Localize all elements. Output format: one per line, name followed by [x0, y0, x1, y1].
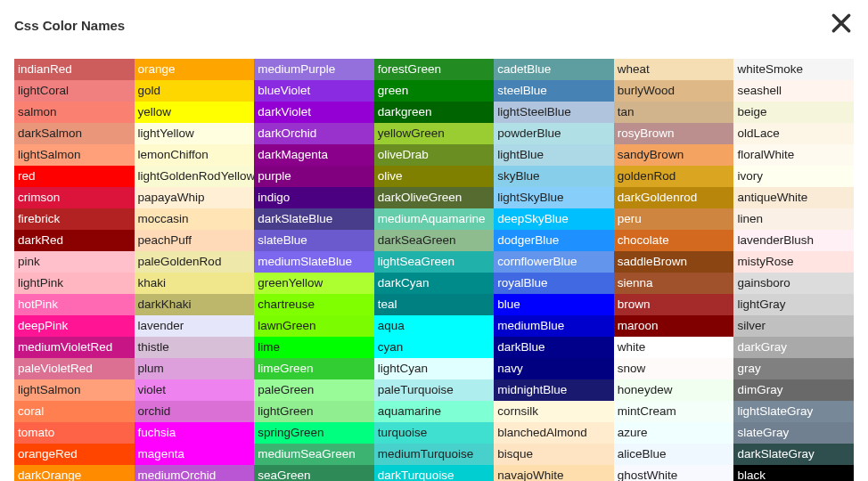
color-swatch-olive[interactable]: olive [374, 166, 495, 187]
color-swatch-lightSalmon[interactable]: lightSalmon [14, 379, 135, 401]
color-swatch-darkSeaGreen[interactable]: darkSeaGreen [374, 230, 495, 251]
color-swatch-darkSlateBlue[interactable]: darkSlateBlue [254, 208, 374, 230]
color-swatch-paleGoldenRod[interactable]: paleGoldenRod [135, 251, 255, 273]
color-swatch-lightSteelBlue[interactable]: lightSteelBlue [494, 102, 614, 123]
color-swatch-seashell[interactable]: seashell [733, 80, 854, 102]
color-swatch-lightPink[interactable]: lightPink [14, 273, 135, 294]
color-swatch-darkBlue[interactable]: darkBlue [494, 337, 614, 358]
color-swatch-deepPink[interactable]: deepPink [14, 315, 135, 337]
color-swatch-skyBlue[interactable]: skyBlue [494, 166, 614, 187]
color-swatch-oldLace[interactable]: oldLace [733, 123, 854, 144]
color-swatch-forestGreen[interactable]: forestGreen [374, 59, 495, 80]
color-swatch-linen[interactable]: linen [733, 208, 854, 230]
color-swatch-paleTurquoise[interactable]: paleTurquoise [374, 379, 495, 401]
color-swatch-chocolate[interactable]: chocolate [614, 230, 734, 251]
color-swatch-plum[interactable]: plum [135, 358, 255, 379]
color-swatch-firebrick[interactable]: firebrick [14, 208, 135, 230]
color-swatch-turquoise[interactable]: turquoise [374, 422, 495, 444]
color-swatch-lightSalmon[interactable]: lightSalmon [14, 144, 135, 166]
color-swatch-dimGray[interactable]: dimGray [733, 379, 854, 401]
color-swatch-whiteSmoke[interactable]: whiteSmoke [733, 59, 854, 80]
color-swatch-lavenderBlush[interactable]: lavenderBlush [733, 230, 854, 251]
color-swatch-mistyRose[interactable]: mistyRose [733, 251, 854, 273]
color-swatch-beige[interactable]: beige [733, 102, 854, 123]
color-swatch-lightGoldenRodYellow[interactable]: lightGoldenRodYellow [135, 166, 255, 187]
color-swatch-fuchsia[interactable]: fuchsia [135, 422, 255, 444]
color-swatch-seaGreen[interactable]: seaGreen [254, 465, 374, 481]
color-swatch-lightGray[interactable]: lightGray [733, 294, 854, 315]
color-swatch-steelBlue[interactable]: steelBlue [494, 80, 614, 102]
color-swatch-rosyBrown[interactable]: rosyBrown [614, 123, 734, 144]
color-swatch-orange[interactable]: orange [135, 59, 255, 80]
color-swatch-lightSlateGray[interactable]: lightSlateGray [733, 401, 854, 422]
color-swatch-maroon[interactable]: maroon [614, 315, 734, 337]
color-swatch-peru[interactable]: peru [614, 208, 734, 230]
color-swatch-snow[interactable]: snow [614, 358, 734, 379]
color-swatch-darkgreen[interactable]: darkgreen [374, 102, 495, 123]
color-swatch-honeydew[interactable]: honeydew [614, 379, 734, 401]
color-swatch-springGreen[interactable]: springGreen [254, 422, 374, 444]
color-swatch-gainsboro[interactable]: gainsboro [733, 273, 854, 294]
color-swatch-lightSeaGreen[interactable]: lightSeaGreen [374, 251, 495, 273]
color-swatch-lightCyan[interactable]: lightCyan [374, 358, 495, 379]
color-swatch-darkTurquoise[interactable]: darkTurquoise [374, 465, 495, 481]
color-swatch-khaki[interactable]: khaki [135, 273, 255, 294]
color-swatch-white[interactable]: white [614, 337, 734, 358]
color-swatch-wheat[interactable]: wheat [614, 59, 734, 80]
color-swatch-darkKhaki[interactable]: darkKhaki [135, 294, 255, 315]
color-swatch-chartreuse[interactable]: chartreuse [254, 294, 374, 315]
color-swatch-slateGray[interactable]: slateGray [733, 422, 854, 444]
color-swatch-black[interactable]: black [733, 465, 854, 481]
color-swatch-thistle[interactable]: thistle [135, 337, 255, 358]
color-swatch-ghostWhite[interactable]: ghostWhite [614, 465, 734, 481]
color-swatch-blue[interactable]: blue [494, 294, 614, 315]
color-swatch-darkViolet[interactable]: darkViolet [254, 102, 374, 123]
color-swatch-yellowGreen[interactable]: yellowGreen [374, 123, 495, 144]
color-swatch-lightCoral[interactable]: lightCoral [14, 80, 135, 102]
color-swatch-teal[interactable]: teal [374, 294, 495, 315]
color-swatch-lightGreen[interactable]: lightGreen [254, 401, 374, 422]
color-swatch-mediumSeaGreen[interactable]: mediumSeaGreen [254, 444, 374, 465]
color-swatch-antiqueWhite[interactable]: antiqueWhite [733, 187, 854, 208]
color-swatch-darkSalmon[interactable]: darkSalmon [14, 123, 135, 144]
color-swatch-darkOrange[interactable]: darkOrange [14, 465, 135, 481]
color-swatch-darkGoldenrod[interactable]: darkGoldenrod [614, 187, 734, 208]
color-swatch-greenYellow[interactable]: greenYellow [254, 273, 374, 294]
color-swatch-crimson[interactable]: crimson [14, 187, 135, 208]
color-swatch-violet[interactable]: violet [135, 379, 255, 401]
color-swatch-cadetBlue[interactable]: cadetBlue [494, 59, 614, 80]
color-swatch-green[interactable]: green [374, 80, 495, 102]
color-swatch-sienna[interactable]: sienna [614, 273, 734, 294]
color-swatch-pink[interactable]: pink [14, 251, 135, 273]
color-swatch-deepSkyBlue[interactable]: deepSkyBlue [494, 208, 614, 230]
color-swatch-papayaWhip[interactable]: papayaWhip [135, 187, 255, 208]
color-swatch-sandyBrown[interactable]: sandyBrown [614, 144, 734, 166]
color-swatch-silver[interactable]: silver [733, 315, 854, 337]
color-swatch-lightBlue[interactable]: lightBlue [494, 144, 614, 166]
color-swatch-yellow[interactable]: yellow [135, 102, 255, 123]
color-swatch-aliceBlue[interactable]: aliceBlue [614, 444, 734, 465]
color-swatch-slateBlue[interactable]: slateBlue [254, 230, 374, 251]
color-swatch-navy[interactable]: navy [494, 358, 614, 379]
color-swatch-mediumVioletRed[interactable]: mediumVioletRed [14, 337, 135, 358]
color-swatch-goldenRod[interactable]: goldenRod [614, 166, 734, 187]
color-swatch-hotPink[interactable]: hotPink [14, 294, 135, 315]
color-swatch-royalBlue[interactable]: royalBlue [494, 273, 614, 294]
color-swatch-midnightBlue[interactable]: midnightBlue [494, 379, 614, 401]
color-swatch-brown[interactable]: brown [614, 294, 734, 315]
color-swatch-magenta[interactable]: magenta [135, 444, 255, 465]
color-swatch-cornsilk[interactable]: cornsilk [494, 401, 614, 422]
color-swatch-orangeRed[interactable]: orangeRed [14, 444, 135, 465]
color-swatch-mediumBlue[interactable]: mediumBlue [494, 315, 614, 337]
color-swatch-blanchedAlmond[interactable]: blanchedAlmond [494, 422, 614, 444]
color-swatch-dodgerBlue[interactable]: dodgerBlue [494, 230, 614, 251]
color-swatch-gray[interactable]: gray [733, 358, 854, 379]
color-swatch-lemonChiffon[interactable]: lemonChiffon [135, 144, 255, 166]
color-swatch-moccasin[interactable]: moccasin [135, 208, 255, 230]
color-swatch-tomato[interactable]: tomato [14, 422, 135, 444]
color-swatch-lime[interactable]: lime [254, 337, 374, 358]
color-swatch-darkOliveGreen[interactable]: darkOliveGreen [374, 187, 495, 208]
color-swatch-darkRed[interactable]: darkRed [14, 230, 135, 251]
color-swatch-bisque[interactable]: bisque [494, 444, 614, 465]
color-swatch-mediumTurquoise[interactable]: mediumTurquoise [374, 444, 495, 465]
